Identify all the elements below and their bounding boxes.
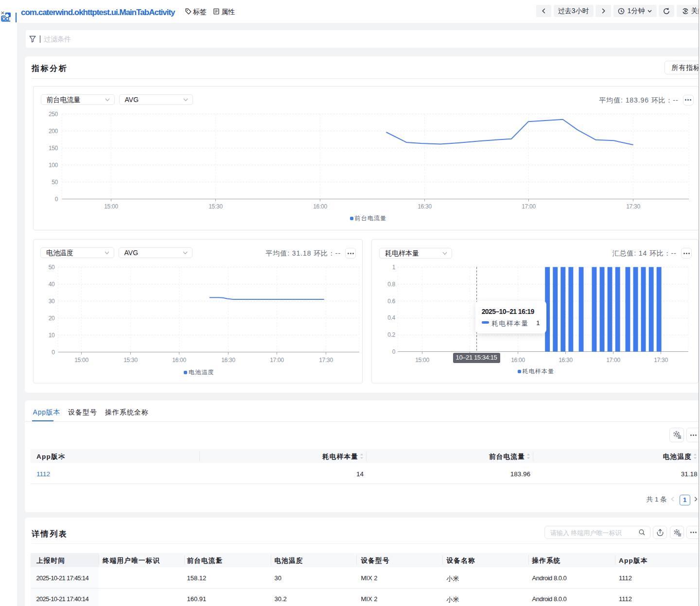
svg-text:10: 10 xyxy=(48,332,54,339)
svg-text:20: 20 xyxy=(48,315,54,322)
svg-text:16:00: 16:00 xyxy=(511,357,525,364)
svg-text:16:30: 16:30 xyxy=(221,357,235,364)
svg-text:0: 0 xyxy=(52,349,55,356)
svg-text:0: 0 xyxy=(392,348,396,355)
svg-text:17:30: 17:30 xyxy=(654,357,668,364)
svg-text:0.4: 0.4 xyxy=(387,314,395,321)
svg-text:16:00: 16:00 xyxy=(172,357,186,364)
svg-text:0: 0 xyxy=(54,196,58,203)
svg-text:40: 40 xyxy=(48,281,54,288)
svg-text:15:30: 15:30 xyxy=(123,357,138,364)
svg-text:17:30: 17:30 xyxy=(626,203,640,210)
svg-text:17:00: 17:00 xyxy=(522,203,536,210)
svg-text:16:00: 16:00 xyxy=(313,203,327,210)
svg-text:17:00: 17:00 xyxy=(606,357,620,364)
svg-text:0.6: 0.6 xyxy=(387,298,395,305)
svg-text:50: 50 xyxy=(48,264,54,271)
svg-text:30: 30 xyxy=(48,298,54,305)
svg-text:250: 250 xyxy=(48,111,58,118)
svg-text:0.2: 0.2 xyxy=(387,331,395,338)
svg-text:16:30: 16:30 xyxy=(418,203,432,210)
svg-text:17:00: 17:00 xyxy=(270,357,284,364)
svg-text:100: 100 xyxy=(48,162,58,169)
svg-text:15:00: 15:00 xyxy=(74,357,88,364)
svg-text:15:30: 15:30 xyxy=(209,203,223,210)
svg-text:17:30: 17:30 xyxy=(319,357,333,364)
svg-text:16:30: 16:30 xyxy=(559,357,573,364)
svg-text:1: 1 xyxy=(392,264,396,271)
svg-text:50: 50 xyxy=(52,179,58,186)
svg-text:15:00: 15:00 xyxy=(415,357,429,364)
svg-text:200: 200 xyxy=(48,128,58,135)
svg-text:0.8: 0.8 xyxy=(387,281,395,288)
svg-text:15:00: 15:00 xyxy=(104,203,118,210)
svg-text:150: 150 xyxy=(48,145,58,152)
